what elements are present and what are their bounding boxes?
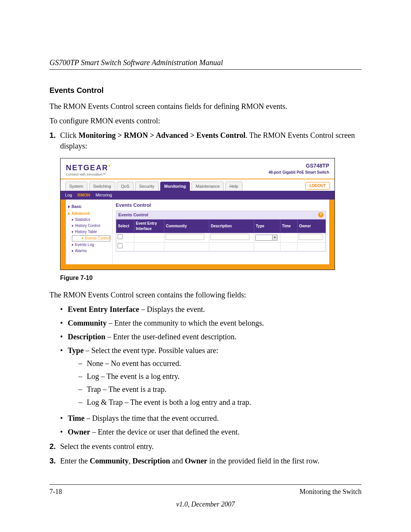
triangle-icon	[72, 219, 73, 221]
description-input[interactable]	[210, 234, 249, 240]
events-table: Select Event Entry Interface Community D…	[116, 219, 326, 251]
step3-mid2: and	[170, 457, 185, 465]
field-desc: – Displays the time that the event occur…	[84, 414, 219, 422]
triangle-icon	[68, 212, 70, 215]
panel-header-text: Events Control	[118, 212, 148, 218]
document-page: GS700TP Smart Switch Software Administra…	[0, 0, 411, 532]
cell-type	[254, 242, 280, 251]
side-history-control[interactable]: History Control	[72, 223, 110, 228]
brand-block: NETGEAR' Connect with Innovation™	[66, 162, 111, 177]
field-owner: • Owner – Enter the device or user that …	[60, 427, 362, 437]
step1-pre: Click	[60, 131, 78, 139]
table-header-row: Select Event Entry Interface Community D…	[116, 219, 326, 233]
cell-select	[116, 242, 134, 251]
panel-title: Events Control	[116, 202, 326, 209]
product-desc: 48-port Gigabit PoE Smart Switch	[269, 170, 329, 175]
running-header: GS700TP Smart Switch Software Administra…	[49, 57, 362, 70]
step3-b1: Community	[90, 457, 129, 465]
cell-owner	[298, 233, 326, 242]
field-text: Type – Select the event type. Possible v…	[68, 345, 362, 410]
secondary-nav: Log RMON Mirroring	[61, 191, 335, 200]
screenshot-topbar: NETGEAR' Connect with Innovation™ GS748T…	[61, 158, 335, 177]
footer-row: 7-18 Monitoring the Switch	[49, 487, 362, 497]
step3-pre: Enter the	[60, 457, 90, 465]
logout-button[interactable]: LOGOUT	[305, 182, 330, 190]
col-select: Select	[116, 219, 134, 233]
community-input[interactable]	[166, 234, 204, 240]
step-number: 3.	[49, 455, 60, 466]
bullet-icon: •	[60, 318, 68, 328]
row-checkbox[interactable]	[118, 243, 123, 248]
field-desc: – Displays the event.	[139, 305, 205, 313]
content-area: Basic Advanced Statistics History Contro…	[61, 200, 335, 270]
page-footer: 7-18 Monitoring the Switch v1.0, Decembe…	[49, 484, 362, 509]
side-link-label: History Control	[75, 223, 100, 228]
panel-header: Events Control ?	[116, 211, 326, 219]
subnav-log[interactable]: Log	[65, 192, 72, 198]
side-basic-label: Basic	[72, 204, 82, 209]
step3-b2: Description	[132, 457, 170, 465]
side-link-label: Events Log	[75, 242, 94, 248]
field-text: Time – Displays the time that the event …	[68, 413, 362, 423]
intro-paragraph-2: To configure RMON events control:	[49, 115, 362, 126]
col-event-entry: Event Entry Interface	[134, 219, 164, 233]
type-log: –Log – The event is a log entry.	[78, 371, 362, 382]
field-name: Community	[68, 319, 107, 327]
step3-mid1: ,	[129, 457, 132, 465]
owner-input[interactable]	[299, 234, 322, 240]
type-select[interactable]: ▾	[255, 235, 277, 241]
tab-system[interactable]: System	[65, 182, 88, 191]
field-text: Community – Enter the community to which…	[68, 318, 362, 328]
cell-time	[280, 242, 298, 251]
triangle-icon	[68, 205, 70, 208]
field-desc: – Enter the user-defined event descripti…	[105, 332, 236, 341]
col-type: Type	[254, 219, 280, 233]
tab-security[interactable]: Security	[135, 182, 159, 191]
tab-qos[interactable]: QoS	[117, 182, 134, 191]
primary-tabs: System Switching QoS Security Monitoring…	[65, 182, 242, 191]
col-time: Time	[280, 219, 298, 233]
side-alarms[interactable]: Alarms	[72, 248, 110, 254]
field-description: • Description – Enter the user-defined e…	[60, 331, 362, 342]
cell-select	[116, 233, 134, 242]
chevron-down-icon: ▾	[272, 235, 277, 240]
bullet-icon: •	[60, 331, 68, 342]
col-description: Description	[209, 219, 254, 233]
cell-event-entry	[134, 233, 164, 242]
tab-switching[interactable]: Switching	[89, 182, 115, 191]
col-community: Community	[164, 219, 209, 233]
step-text: Select the events control entry.	[60, 441, 362, 452]
subnav-rmon[interactable]: RMON	[77, 192, 90, 198]
side-advanced[interactable]: Advanced	[68, 211, 110, 216]
subnav-mirroring[interactable]: Mirroring	[96, 192, 112, 198]
col-owner: Owner	[298, 219, 326, 233]
side-events-log[interactable]: Events Log	[72, 242, 110, 248]
step-number: 2.	[49, 441, 60, 452]
bullet-icon: •	[60, 413, 68, 423]
side-link-label: Statistics	[75, 217, 90, 222]
chapter-title: Monitoring the Switch	[299, 487, 362, 497]
side-statistics[interactable]: Statistics	[72, 217, 110, 222]
logo-accent: '	[108, 163, 111, 172]
field-community: • Community – Enter the community to whi…	[60, 318, 362, 328]
step-2: 2. Select the events control entry.	[49, 441, 362, 452]
tab-maintenance[interactable]: Maintenance	[191, 182, 224, 191]
cell-type: ▾	[254, 233, 280, 242]
field-time: • Time – Displays the time that the even…	[60, 413, 362, 423]
type-log-trap: –Log & Trap – The event is both a log en…	[78, 397, 362, 407]
side-link-label: History Table	[75, 229, 97, 235]
cell-description	[209, 242, 254, 251]
side-history-table[interactable]: History Table	[72, 229, 110, 235]
type-text: Log – The event is a log entry.	[87, 371, 180, 382]
help-icon[interactable]: ?	[318, 212, 323, 217]
side-link-label: Alarms	[75, 248, 87, 254]
logo-text: NETGEAR	[66, 163, 108, 172]
side-basic[interactable]: Basic	[68, 204, 110, 209]
footer-rule	[49, 484, 362, 485]
side-nav: Basic Advanced Statistics History Contro…	[66, 200, 113, 264]
side-events-control[interactable]: Events Control	[72, 235, 110, 241]
field-name: Time	[68, 414, 84, 422]
checkbox-all[interactable]	[118, 234, 123, 239]
tab-help[interactable]: Help	[225, 182, 242, 191]
tab-monitoring[interactable]: Monitoring	[160, 182, 190, 191]
